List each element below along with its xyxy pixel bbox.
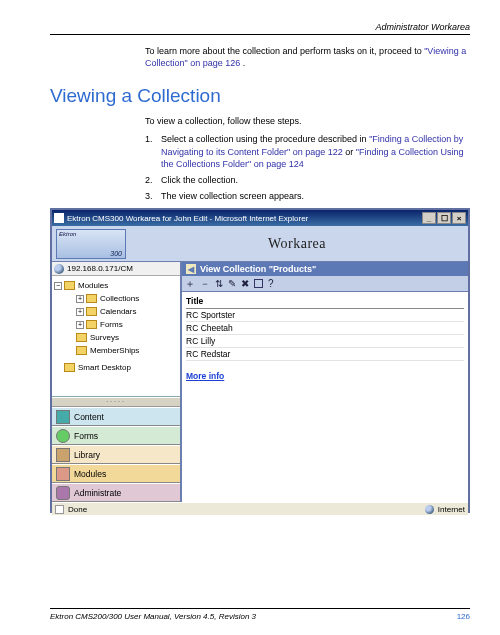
tree-smart-desktop[interactable]: Smart Desktop [54,361,178,374]
page-title: Viewing a Collection [50,85,470,107]
expand-icon[interactable]: + [76,321,84,329]
folder-icon [86,307,97,316]
screenshot-window: Ektron CMS300 Workarea for John Edit - M… [50,208,470,513]
navtab-library[interactable]: Library [52,445,180,464]
app-banner: Ektron 300 Workarea [52,226,468,262]
props-icon[interactable] [254,279,263,288]
minimize-button[interactable]: _ [422,212,436,224]
status-zone: Internet [438,505,465,514]
step-1: 1. Select a collection using the procedu… [145,133,470,169]
step-2: 2. Click the collection. [145,174,470,186]
folder-icon [86,320,97,329]
tree-item-surveys[interactable]: Surveys [54,331,178,344]
tree-item-forms[interactable]: + Forms [54,318,178,331]
lead-paragraph: To view a collection, follow these steps… [145,115,470,127]
delete-icon[interactable]: ✖ [241,278,249,289]
ektron-logo: Ektron 300 [56,229,126,259]
collapse-icon[interactable]: − [54,282,62,290]
table-row[interactable]: RC Lilly [186,335,464,348]
drag-handle[interactable]: ····· [52,397,180,407]
window-title: Ektron CMS300 Workarea for John Edit - M… [67,214,308,223]
nav-stack: ····· Content Forms Library Modules [52,396,180,502]
address-text: 192.168.0.171/CM [67,264,133,273]
edit-icon[interactable]: ✎ [228,278,236,289]
globe-icon [54,264,64,274]
more-info-link[interactable]: More info [186,371,224,381]
navtab-forms[interactable]: Forms [52,426,180,445]
folder-icon [76,346,87,355]
forms-icon [56,429,70,443]
step-number: 1. [145,133,161,169]
expand-icon[interactable]: + [76,308,84,316]
intro-suffix: . [243,58,246,68]
expand-icon[interactable]: + [76,295,84,303]
maximize-button[interactable]: ☐ [437,212,451,224]
page-number: 126 [457,612,470,621]
page-footer: Ektron CMS200/300 User Manual, Version 4… [50,608,470,621]
add-icon[interactable]: ＋ [185,277,195,291]
navtab-modules[interactable]: Modules [52,464,180,483]
running-header: Administrator Workarea [50,22,470,35]
workspace: 192.168.0.171/CM − Modules + Collections… [52,262,468,502]
step-text: Select a collection using the procedure … [161,133,470,169]
table-row[interactable]: RC Cheetah [186,322,464,335]
table-row[interactable]: RC Sportster [186,309,464,322]
content-icon [56,410,70,424]
table-header-title: Title [186,294,464,309]
browser-statusbar: Done Internet [52,502,468,515]
folder-icon [64,281,75,290]
panel-corner-icon[interactable]: ◀ [186,264,196,274]
tree-item-collections[interactable]: + Collections [54,292,178,305]
page-icon [55,505,64,514]
panel-content: Title RC Sportster RC Cheetah RC Lilly R… [182,292,468,502]
panel-titlebar: ◀ View Collection "Products" [182,262,468,276]
folder-icon [86,294,97,303]
main-panel: ◀ View Collection "Products" ＋ － ⇅ ✎ ✖ ?… [182,262,468,502]
panel-title-text: View Collection "Products" [200,264,316,274]
admin-icon [56,486,70,500]
intro-prefix: To learn more about the collection and p… [145,46,424,56]
table-row[interactable]: RC Redstar [186,348,464,361]
navtab-administrate[interactable]: Administrate [52,483,180,502]
folder-tree: − Modules + Collections + Calendars + [52,276,180,396]
tree-item-calendars[interactable]: + Calendars [54,305,178,318]
left-sidebar: 192.168.0.171/CM − Modules + Collections… [52,262,182,502]
zone-icon [425,505,434,514]
modules-icon [56,467,70,481]
step-3: 3. The view collection screen appears. [145,190,470,202]
ie-icon [54,213,64,223]
navtab-content[interactable]: Content [52,407,180,426]
tree-root[interactable]: − Modules [54,279,178,292]
intro-paragraph: To learn more about the collection and p… [145,45,470,69]
tree-item-memberships[interactable]: MemberShips [54,344,178,357]
address-bar: 192.168.0.171/CM [52,262,180,276]
remove-icon[interactable]: － [200,277,210,291]
step-number: 2. [145,174,161,186]
step-text: The view collection screen appears. [161,190,470,202]
window-titlebar: Ektron CMS300 Workarea for John Edit - M… [52,210,468,226]
folder-icon [64,363,75,372]
panel-toolbar: ＋ － ⇅ ✎ ✖ ? [182,276,468,292]
reorder-icon[interactable]: ⇅ [215,278,223,289]
library-icon [56,448,70,462]
step-number: 3. [145,190,161,202]
help-icon[interactable]: ? [268,278,274,289]
footer-left: Ektron CMS200/300 User Manual, Version 4… [50,612,256,621]
step-text: Click the collection. [161,174,470,186]
status-done: Done [68,505,87,514]
close-button[interactable]: × [452,212,466,224]
folder-icon [76,333,87,342]
banner-title: Workarea [126,236,468,252]
